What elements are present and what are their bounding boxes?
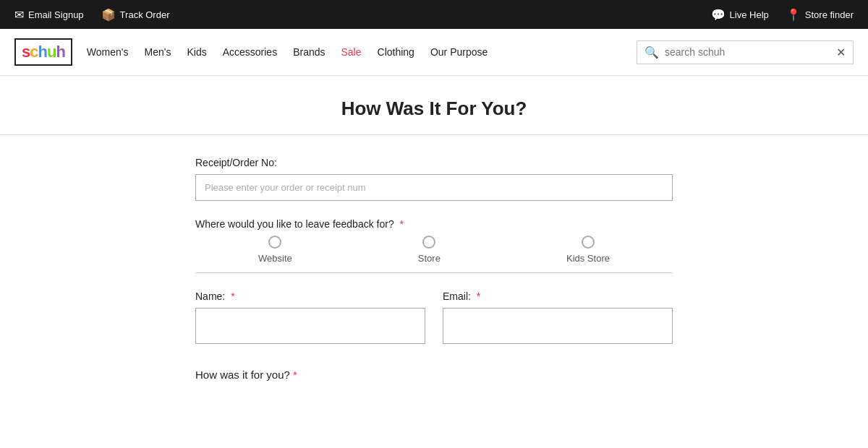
email-icon: ✉ — [14, 8, 24, 22]
search-box[interactable]: 🔍 ✕ — [637, 40, 854, 64]
feedback-kids-store[interactable]: Kids Store — [566, 236, 610, 264]
main-nav: schuh Women's Men's Kids Accessories Bra… — [0, 29, 868, 76]
feedback-website-label: Website — [258, 253, 292, 264]
package-icon: 📦 — [101, 8, 116, 22]
page-title: How Was It For You? — [0, 98, 868, 120]
nav-brands[interactable]: Brands — [293, 46, 325, 58]
chat-icon: 💬 — [711, 8, 726, 22]
how-was-it-label: How was it for you? * — [195, 369, 673, 381]
logo-h2: h — [56, 43, 64, 61]
track-order-label: Track Order — [120, 9, 170, 20]
search-input[interactable] — [665, 46, 830, 58]
top-bar-right: 💬 Live Help 📍 Store finder — [711, 8, 854, 22]
nav-accessories[interactable]: Accessories — [223, 46, 277, 58]
how-was-it-required-mark: * — [293, 369, 297, 381]
form-container: Receipt/Order No: Where would you like t… — [181, 157, 687, 427]
nav-clothing[interactable]: Clothing — [378, 46, 414, 58]
email-signup-label: Email Signup — [28, 9, 84, 20]
logo-c: c — [30, 43, 38, 61]
track-order-link[interactable]: 📦 Track Order — [101, 8, 170, 22]
nav-kids[interactable]: Kids — [187, 46, 206, 58]
nav-sale[interactable]: Sale — [341, 46, 362, 58]
email-input[interactable] — [443, 308, 673, 344]
store-finder-link[interactable]: 📍 Store finder — [786, 8, 854, 22]
name-input[interactable] — [195, 308, 425, 344]
radio-kids-store[interactable] — [582, 236, 595, 249]
close-icon[interactable]: ✕ — [836, 46, 846, 59]
logo-u: u — [47, 43, 56, 61]
feedback-required-mark: * — [400, 218, 404, 230]
logo[interactable]: schuh — [14, 38, 72, 66]
feedback-store-label: Store — [418, 253, 441, 264]
how-was-it-group: How was it for you? * — [195, 369, 673, 381]
search-icon: 🔍 — [644, 46, 659, 59]
logo-h: h — [38, 43, 47, 61]
page-title-area: How Was It For You? — [0, 76, 868, 134]
feedback-options: Website Store Kids Store — [195, 236, 673, 273]
email-group: Email: * — [443, 290, 673, 344]
radio-website[interactable] — [268, 236, 281, 249]
pin-icon: 📍 — [786, 8, 801, 22]
email-signup-link[interactable]: ✉ Email Signup — [14, 8, 84, 22]
top-bar: ✉ Email Signup 📦 Track Order 💬 Live Help… — [0, 0, 868, 29]
feedback-website[interactable]: Website — [258, 236, 292, 264]
live-help-label: Live Help — [730, 9, 769, 20]
receipt-label: Receipt/Order No: — [195, 157, 673, 168]
name-group: Name: * — [195, 290, 425, 344]
store-finder-label: Store finder — [805, 9, 854, 20]
logo-s: s — [22, 43, 30, 61]
receipt-input[interactable] — [195, 174, 673, 201]
live-help-link[interactable]: 💬 Live Help — [711, 8, 769, 22]
radio-store[interactable] — [422, 236, 435, 249]
nav-links: Women's Men's Kids Accessories Brands Sa… — [87, 46, 637, 58]
name-required-mark: * — [231, 290, 234, 302]
divider — [0, 134, 868, 135]
receipt-group: Receipt/Order No: — [195, 157, 673, 201]
name-label: Name: * — [195, 290, 425, 302]
feedback-group: Where would you like to leave feedback f… — [195, 218, 673, 273]
email-label: Email: * — [443, 290, 673, 302]
feedback-store[interactable]: Store — [418, 236, 441, 264]
nav-our-purpose[interactable]: Our Purpose — [430, 46, 488, 58]
nav-mens[interactable]: Men's — [145, 46, 171, 58]
name-email-row: Name: * Email: * — [195, 290, 673, 361]
feedback-kids-store-label: Kids Store — [566, 253, 610, 264]
email-required-mark: * — [477, 290, 480, 302]
feedback-question-label: Where would you like to leave feedback f… — [195, 218, 673, 230]
nav-womens[interactable]: Women's — [87, 46, 129, 58]
